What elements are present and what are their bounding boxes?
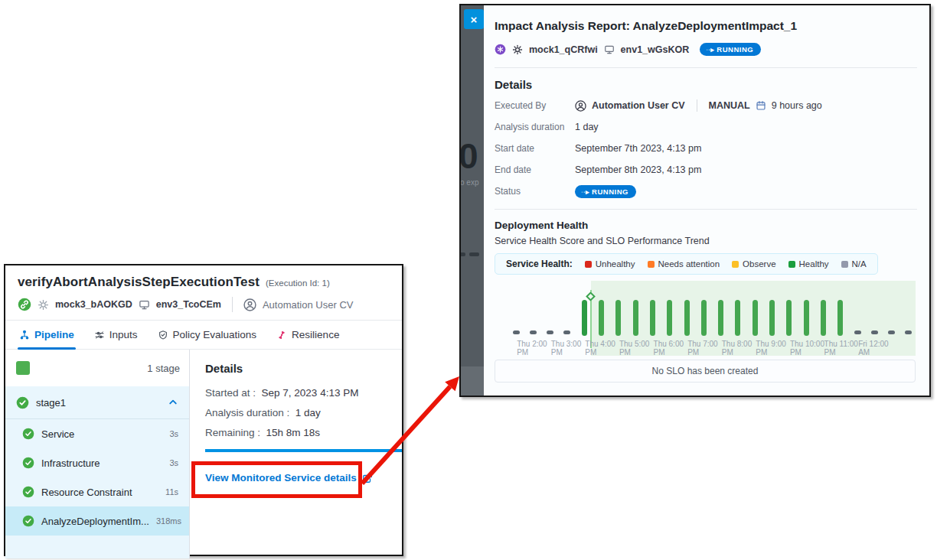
legend-label: Healthy <box>799 259 829 269</box>
environment-name: env3_TcoCEm <box>156 299 221 310</box>
tab-pipeline[interactable]: Pipeline <box>19 321 74 349</box>
execution-panel: verifyAbortAnalysisStepExecutionTest (Ex… <box>4 264 403 556</box>
legend-item: Unhealthy <box>585 259 635 269</box>
legend-label: Unhealthy <box>596 259 635 269</box>
healthy-bar <box>599 300 604 336</box>
legend-swatch <box>732 261 739 268</box>
analysis-duration-value: 1 day <box>295 407 321 418</box>
step-details: Details Started at : Sep 7, 2023 4:13 PM… <box>190 350 402 558</box>
stage-row-stage1[interactable]: stage1 <box>5 386 189 418</box>
executed-by-value: Automation User CV <box>592 100 685 111</box>
started-at-value: Sep 7, 2023 4:13 PM <box>262 387 359 399</box>
details-heading: Details <box>495 78 917 91</box>
environment-icon <box>604 44 615 55</box>
impact-analysis-drawer: × 0 To exp Impact Analysis Report: Analy… <box>459 4 931 397</box>
step-duration: 318ms <box>156 516 181 526</box>
na-dash <box>513 330 520 334</box>
background-footer-block <box>461 366 484 396</box>
execution-body: 1 stage stage1 <box>5 350 402 558</box>
healthy-bar <box>804 300 809 336</box>
health-chart: Thu 2:00PMThu 3:00PMThu 4:00PMThu 5:00PM… <box>495 281 916 356</box>
healthy-bar <box>786 300 792 336</box>
pipeline-icon <box>19 330 30 340</box>
healthy-bar <box>633 300 638 336</box>
legend-label: N/A <box>852 259 867 269</box>
service-name: mock1_qCRfwi <box>529 44 598 55</box>
healthy-bar <box>582 300 587 336</box>
inputs-sliders-icon <box>94 330 105 340</box>
status-badge-label: RUNNING <box>592 187 628 196</box>
close-drawer-button[interactable]: × <box>464 9 484 29</box>
healthy-bar <box>667 300 672 336</box>
step-row-resource-constraint[interactable]: Resource Constraint 11s <box>5 477 189 506</box>
no-slo-message: No SLO has been created <box>495 360 916 383</box>
healthy-bar <box>718 300 723 336</box>
x-axis-tick-label: Fri 12:00AM <box>858 340 906 357</box>
step-label: AnalyzeDeploymentIm... <box>41 516 149 527</box>
tab-inputs-label: Inputs <box>109 329 138 340</box>
execution-header: verifyAbortAnalysisStepExecutionTest (Ex… <box>5 265 402 321</box>
status-badge: ∙∙▸ RUNNING <box>575 185 636 198</box>
stage-name: stage1 <box>36 397 66 409</box>
dimmed-background-strip: × 0 To exp <box>461 5 484 396</box>
legend-label: Observe <box>743 259 775 269</box>
report-details-section: Details Executed By Automation User CV M… <box>495 78 917 198</box>
value-divider <box>697 99 697 112</box>
step-label: Resource Constraint <box>41 487 132 498</box>
legend-item: Needs attention <box>648 259 720 269</box>
running-indicator-icon: ∙∙▸ <box>706 45 714 54</box>
shield-check-icon <box>158 330 168 340</box>
na-dash <box>888 330 895 334</box>
analysis-progress-bar <box>205 449 402 452</box>
step-row-service[interactable]: Service 3s <box>5 419 189 448</box>
stage-list: 1 stage stage1 <box>5 350 190 558</box>
status-badge-label: RUNNING <box>717 45 753 54</box>
tab-inputs[interactable]: Inputs <box>94 321 138 349</box>
executed-by-label: Executed By <box>495 100 575 111</box>
calendar-icon <box>756 100 766 111</box>
trigger-type: MANUAL <box>709 100 750 111</box>
deployment-health-heading: Deployment Health <box>495 220 917 231</box>
view-monitored-service-label: View Monitored Service details <box>205 472 357 483</box>
start-date-value: September 7th 2023, 4:13 pm <box>575 143 701 154</box>
chevron-up-icon[interactable] <box>168 397 178 408</box>
section-divider <box>495 209 917 210</box>
step-duration: 11s <box>165 487 178 497</box>
na-dash <box>530 330 537 334</box>
section-divider <box>495 67 917 68</box>
start-date-row: Start date September 7th 2023, 4:13 pm <box>495 142 917 155</box>
time-ago: 9 hours ago <box>772 100 822 111</box>
step-row-infrastructure[interactable]: Infrastructure 3s <box>5 448 189 477</box>
user-icon <box>243 298 256 311</box>
check-circle-icon <box>22 486 34 498</box>
step-row-analyze-deployment-impact[interactable]: AnalyzeDeploymentIm... 318ms <box>5 506 189 536</box>
healthy-bar <box>735 300 740 336</box>
healthy-bar <box>753 300 758 336</box>
end-date-label: End date <box>495 164 575 175</box>
execution-tabs: Pipeline Inputs Policy Evaluations Resil… <box>5 321 402 350</box>
tab-resilience[interactable]: Resilience <box>276 321 339 349</box>
na-dash <box>547 330 553 334</box>
status-label: Status <box>495 186 575 197</box>
service-gear-icon <box>38 299 49 311</box>
report-meta-row: mock1_qCRfwi env1_wGsKOR ∙∙▸ RUNNING <box>495 43 917 56</box>
legend-swatch <box>841 261 848 268</box>
service-gear-icon <box>512 44 523 55</box>
tab-policy-evaluations[interactable]: Policy Evaluations <box>158 321 257 349</box>
na-dash <box>905 330 912 334</box>
started-at-line: Started at : Sep 7, 2023 4:13 PM <box>205 387 402 399</box>
healthy-bar <box>684 300 690 336</box>
remaining-value: 15h 8m 18s <box>266 427 321 438</box>
details-heading: Details <box>205 362 402 375</box>
deployment-health-section: Deployment Health Service Health Score a… <box>495 220 917 383</box>
view-monitored-service-link[interactable]: View Monitored Service details <box>205 472 402 483</box>
execution-title: verifyAbortAnalysisStepExecutionTest <box>18 275 260 290</box>
link-status-icon <box>18 298 31 311</box>
remaining-line: Remaining : 15h 8m 18s <box>205 427 402 438</box>
executed-by-user: Automation User CV <box>263 299 354 311</box>
end-date-row: End date September 8th 2023, 4:13 pm <box>495 163 917 177</box>
na-dash <box>563 330 570 334</box>
legend-item: N/A <box>841 259 867 269</box>
stage-count-row: 1 stage <box>5 350 189 386</box>
legend-label: Needs attention <box>658 259 720 269</box>
